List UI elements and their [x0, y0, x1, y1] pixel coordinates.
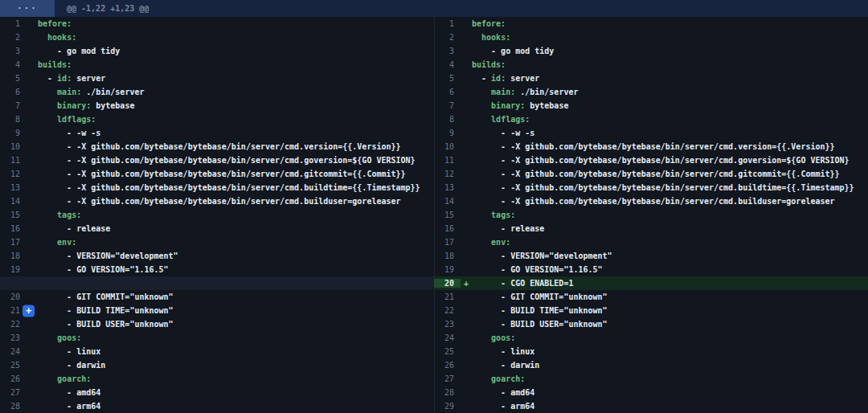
- code-line: goarch:: [38, 374, 434, 383]
- code-line: builds:: [472, 60, 868, 69]
- line-number[interactable]: 7: [0, 101, 27, 110]
- code-line: - BUILD_USER="unknown": [38, 320, 434, 329]
- diff-row-new-2: 2 hooks:: [434, 31, 868, 44]
- line-number[interactable]: 27: [0, 388, 27, 397]
- line-number[interactable]: 14: [0, 197, 27, 206]
- marker-cell: [461, 399, 472, 413]
- code-line: before:: [472, 19, 868, 28]
- diff-row-old-8: 8 ldflags:: [0, 112, 434, 126]
- line-number[interactable]: 11: [434, 156, 461, 165]
- line-number[interactable]: 4: [0, 60, 27, 69]
- diff-row-new-6: 6 main: ./bin/server: [434, 85, 868, 99]
- line-number[interactable]: 23: [434, 320, 461, 329]
- marker-cell: [27, 44, 38, 58]
- diff-row-old-13: 13 - -X github.com/bytebase/bytebase/bin…: [0, 181, 434, 194]
- diff-row-new-16: 16 - release: [434, 222, 868, 235]
- line-number[interactable]: 3: [434, 47, 461, 55]
- line-number[interactable]: 28: [0, 402, 27, 411]
- line-number[interactable]: 17: [434, 238, 461, 247]
- line-number[interactable]: 4: [434, 60, 461, 69]
- line-number[interactable]: 29: [434, 402, 461, 411]
- line-number[interactable]: 9: [0, 129, 27, 137]
- line-number[interactable]: 10: [434, 142, 461, 151]
- line-number[interactable]: 1: [0, 19, 27, 28]
- diff-row-new-26: 26 - darwin: [434, 358, 868, 372]
- line-number[interactable]: 15: [0, 211, 27, 219]
- line-number[interactable]: 23: [0, 333, 27, 342]
- line-number[interactable]: 24: [434, 333, 461, 342]
- line-number[interactable]: 11: [0, 156, 27, 165]
- code-line: - CGO_ENABLED=1: [472, 279, 868, 288]
- diff-pane-old: 1before:2 hooks:3 - go mod tidy4builds:5…: [0, 17, 434, 413]
- marker-cell: [461, 358, 472, 372]
- addition-marker: +: [461, 276, 472, 290]
- line-number[interactable]: 6: [434, 88, 461, 96]
- diff-row-new-5: 5 - id: server: [434, 72, 868, 85]
- code-line: - id: server: [472, 74, 868, 83]
- line-number[interactable]: 8: [434, 115, 461, 124]
- line-number[interactable]: 27: [434, 374, 461, 383]
- marker-cell: [461, 85, 472, 99]
- marker-cell: [461, 44, 472, 58]
- code-line: - -w -s: [38, 129, 434, 137]
- line-number[interactable]: 5: [434, 74, 461, 83]
- line-number[interactable]: 18: [0, 251, 27, 260]
- line-number[interactable]: 10: [0, 142, 27, 151]
- line-number[interactable]: 2: [0, 33, 27, 42]
- code-line: - -X github.com/bytebase/bytebase/bin/se…: [472, 156, 868, 165]
- diff-row-new-9: 9 - -w -s: [434, 126, 868, 140]
- line-number[interactable]: 20: [434, 279, 461, 288]
- line-number[interactable]: 26: [434, 361, 461, 370]
- marker-cell: [461, 222, 472, 235]
- line-number[interactable]: 2: [434, 33, 461, 42]
- code-line: - BUILD_TIME="unknown": [472, 306, 868, 315]
- line-number[interactable]: 20: [0, 292, 27, 301]
- line-number[interactable]: 16: [434, 224, 461, 233]
- line-number[interactable]: 22: [434, 306, 461, 315]
- line-number[interactable]: 26: [0, 374, 27, 383]
- code-line: ldflags:: [38, 115, 434, 124]
- line-number[interactable]: 22: [0, 320, 27, 329]
- diff-row-new-10: 10 - -X github.com/bytebase/bytebase/bin…: [434, 140, 868, 153]
- line-number[interactable]: 13: [0, 183, 27, 192]
- line-number[interactable]: 24: [0, 347, 27, 356]
- diff-row-old-1: 1before:: [0, 17, 434, 31]
- diff-row-old-9: 9 - -w -s: [0, 126, 434, 140]
- line-number[interactable]: 1: [434, 19, 461, 28]
- marker-cell: [27, 17, 38, 31]
- line-number[interactable]: 19: [0, 265, 27, 274]
- line-number[interactable]: 25: [0, 361, 27, 370]
- line-number[interactable]: 21: [434, 292, 461, 301]
- code-line: - -X github.com/bytebase/bytebase/bin/se…: [38, 156, 434, 165]
- line-number[interactable]: 16: [0, 224, 27, 233]
- code-line: - -X github.com/bytebase/bytebase/bin/se…: [38, 142, 434, 151]
- code-line: goos:: [472, 333, 868, 342]
- marker-cell: [27, 386, 38, 399]
- line-number[interactable]: 12: [0, 170, 27, 178]
- expand-hunk-button[interactable]: ...: [0, 0, 55, 17]
- code-line: - release: [38, 224, 434, 233]
- code-line: hooks:: [38, 33, 434, 42]
- line-number[interactable]: 12: [434, 170, 461, 178]
- diff-row-old-21: 21+ - BUILD_TIME="unknown": [0, 304, 434, 317]
- line-number[interactable]: 25: [434, 347, 461, 356]
- marker-cell: [461, 372, 472, 386]
- line-number[interactable]: 17: [0, 238, 27, 247]
- line-number[interactable]: 18: [434, 251, 461, 260]
- code-line: builds:: [38, 60, 434, 69]
- line-number[interactable]: 7: [434, 101, 461, 110]
- add-comment-button[interactable]: +: [23, 305, 35, 317]
- line-number[interactable]: 8: [0, 115, 27, 124]
- marker-cell: [461, 181, 472, 194]
- line-number[interactable]: 28: [434, 388, 461, 397]
- line-number[interactable]: 13: [434, 183, 461, 192]
- diff-row-new-13: 13 - -X github.com/bytebase/bytebase/bin…: [434, 181, 868, 194]
- line-number[interactable]: 14: [434, 197, 461, 206]
- code-line: main: ./bin/server: [472, 88, 868, 96]
- line-number[interactable]: 6: [0, 88, 27, 96]
- line-number[interactable]: 3: [0, 47, 27, 55]
- line-number[interactable]: 19: [434, 265, 461, 274]
- line-number[interactable]: 5: [0, 74, 27, 83]
- line-number[interactable]: 15: [434, 211, 461, 219]
- line-number[interactable]: 9: [434, 129, 461, 137]
